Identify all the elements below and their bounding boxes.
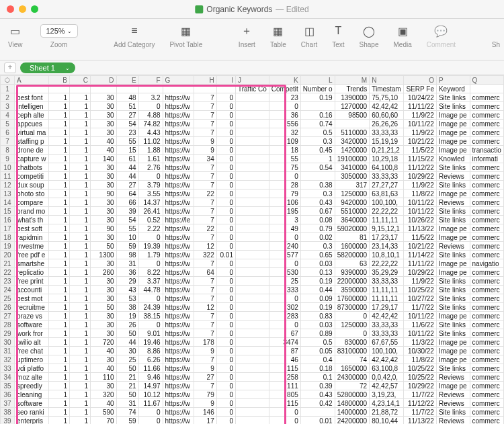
cell[interactable]: 5510000 (335, 207, 370, 216)
cell[interactable]: 14800000 (335, 399, 370, 408)
cell[interactable]: 1 (69, 321, 90, 329)
cell[interactable]: vdi platfo (15, 364, 49, 373)
cell[interactable]: 42,42,57 (370, 382, 404, 390)
cell[interactable]: 0 (269, 321, 300, 329)
row-header[interactable]: 11 (1, 172, 15, 181)
cell[interactable]: 0 (335, 329, 370, 338)
cell[interactable]: moz alte (15, 373, 49, 382)
cell[interactable]: 27 (194, 373, 216, 382)
cell[interactable]: 0 (216, 111, 235, 120)
cell[interactable]: commerc (470, 312, 503, 321)
cell[interactable]: 21,88,72 (370, 408, 404, 417)
cell[interactable]: investme (15, 242, 49, 251)
cell[interactable] (235, 286, 269, 294)
header-cell[interactable] (216, 85, 235, 93)
cell[interactable]: 8.22 (138, 268, 163, 277)
cell[interactable]: 556 (269, 120, 300, 128)
cell[interactable]: 1 (69, 268, 90, 277)
cell[interactable]: Reviews (436, 390, 470, 399)
cell[interactable]: Image pe (436, 347, 470, 355)
cell[interactable]: 27 (116, 181, 138, 189)
cell[interactable] (235, 294, 269, 303)
cell[interactable] (235, 277, 269, 286)
cell[interactable]: 15 (116, 146, 138, 155)
cell[interactable]: 1 (69, 382, 90, 390)
cell[interactable]: https://w (163, 286, 194, 294)
cell[interactable]: 146 (194, 408, 216, 417)
cell[interactable]: 1 (69, 390, 90, 399)
cell[interactable]: 30 (91, 216, 117, 224)
row-header[interactable]: 6 (1, 128, 15, 137)
cell[interactable]: 55 (116, 137, 138, 146)
cell[interactable]: https://w (163, 417, 194, 425)
cell[interactable]: 1 (69, 259, 90, 268)
shape-button[interactable]: ◯Shape (360, 23, 379, 48)
sheet-tab[interactable]: Sheet 1⌄ (20, 62, 75, 73)
cell[interactable] (235, 198, 269, 207)
cell[interactable]: 17600000 (335, 294, 370, 303)
cell[interactable]: 14.37 (138, 198, 163, 207)
cell[interactable] (235, 128, 269, 137)
cell[interactable]: 42,42,42 (370, 355, 404, 364)
cell[interactable]: https://w (163, 172, 194, 181)
cell[interactable]: Site links (436, 329, 470, 338)
cell[interactable]: 70 (91, 417, 117, 425)
media-button[interactable]: ▣Media (394, 23, 412, 48)
cell[interactable]: Site links (436, 163, 470, 172)
cell[interactable]: 1 (300, 155, 335, 163)
cell[interactable]: 59 (116, 417, 138, 425)
cell[interactable]: commerc (470, 408, 503, 417)
cell[interactable]: 11/9/22 (403, 181, 436, 189)
cell[interactable]: 61 (116, 155, 138, 163)
cell[interactable]: 1 (69, 111, 90, 120)
cell[interactable]: 7 (194, 294, 216, 303)
cell[interactable]: 0 (138, 417, 163, 425)
cell[interactable]: 30 (91, 163, 117, 172)
cell[interactable] (235, 102, 269, 111)
col-header[interactable]: G (163, 76, 194, 85)
cell[interactable]: 0 (216, 242, 235, 251)
cell[interactable]: 11.67 (138, 399, 163, 408)
cell[interactable]: 0 (216, 163, 235, 172)
cell[interactable]: brand mo (15, 207, 49, 216)
cell[interactable]: 30 (91, 207, 117, 216)
cell[interactable] (235, 233, 269, 242)
cell[interactable] (300, 102, 335, 111)
row-header[interactable]: 17 (1, 224, 15, 233)
cell[interactable]: 0 (269, 259, 300, 268)
cell[interactable]: 90 (91, 189, 117, 198)
cell[interactable]: 22,22,22 (370, 259, 404, 268)
cell[interactable]: 0.01 (300, 417, 335, 425)
cell[interactable]: compare (15, 198, 49, 207)
cell[interactable]: commerc (470, 399, 503, 408)
cell[interactable]: 0.08 (300, 216, 335, 224)
cell[interactable]: 1 (49, 189, 70, 198)
cell[interactable]: 1 (49, 390, 70, 399)
cell[interactable]: 74 (335, 355, 370, 364)
cell[interactable]: commerc (470, 224, 503, 233)
cell[interactable]: 1 (69, 329, 90, 338)
cell[interactable]: 40 (91, 137, 117, 146)
col-header[interactable]: C (69, 76, 90, 85)
cell[interactable]: 48 (116, 93, 138, 102)
cell[interactable]: https://w (163, 189, 194, 198)
cell[interactable]: 22000000 (335, 277, 370, 286)
header-cell[interactable] (138, 85, 163, 93)
cell[interactable]: 1 (49, 373, 70, 382)
cell[interactable]: https://w (163, 181, 194, 189)
cell[interactable]: free chat (15, 347, 49, 355)
cell[interactable]: commerc (470, 286, 503, 294)
cell[interactable]: 24.39 (138, 303, 163, 312)
cell[interactable]: Site links (436, 286, 470, 294)
pivot-table-button[interactable]: ▦ Pivot Table (169, 23, 202, 48)
cell[interactable]: https://w (163, 321, 194, 329)
row-header[interactable]: 14 (1, 198, 15, 207)
header-cell[interactable] (194, 85, 216, 93)
cell[interactable]: 30 (91, 329, 117, 338)
cell[interactable]: 7 (194, 172, 216, 181)
cell[interactable]: 72 (335, 382, 370, 390)
cell[interactable]: 30 (91, 120, 117, 128)
row-header[interactable]: 28 (1, 321, 15, 329)
cell[interactable]: 110 (91, 373, 117, 382)
cell[interactable]: intelligen (15, 102, 49, 111)
